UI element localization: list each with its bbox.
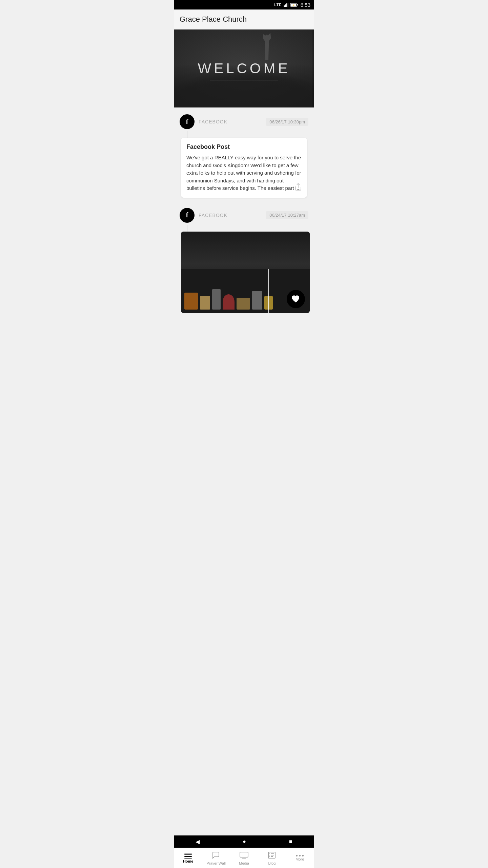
- nav-item-blog[interactable]: Blog: [258, 848, 286, 868]
- nav-label-prayer-wall: Prayer Wall: [206, 861, 225, 865]
- share-icon-1[interactable]: [294, 183, 302, 193]
- blog-icon: [267, 851, 276, 861]
- system-nav-bar: ◀ ● ■: [174, 835, 314, 848]
- home-icon: [184, 853, 192, 859]
- bottom-spacer: [174, 314, 314, 355]
- nav-label-blog: Blog: [268, 861, 276, 865]
- feed-header-2: f FACEBOOK 06/24/17 10:27am: [180, 208, 308, 223]
- nav-item-media[interactable]: Media: [230, 848, 258, 868]
- nav-label-media: Media: [239, 861, 249, 865]
- time-display: 6:53: [301, 2, 310, 8]
- svg-rect-1: [285, 4, 286, 7]
- feed-line-1: [187, 131, 187, 138]
- feed-item-2: f FACEBOOK 06/24/17 10:27am: [174, 204, 314, 314]
- image-post-1[interactable]: [181, 232, 310, 313]
- feed-item-1: f FACEBOOK 06/26/17 10:30pm Facebook Pos…: [174, 111, 314, 199]
- nav-item-prayer-wall[interactable]: Prayer Wall: [202, 848, 230, 868]
- home-button[interactable]: ●: [243, 839, 246, 845]
- svg-rect-2: [286, 3, 287, 7]
- feed-header-1: f FACEBOOK 06/26/17 10:30pm: [180, 114, 308, 129]
- battery-icon: ⚡: [290, 3, 298, 7]
- nav-item-more[interactable]: More: [286, 848, 314, 868]
- feed-line-2: [187, 225, 187, 232]
- lte-indicator: LTE: [274, 3, 281, 7]
- post-card-1[interactable]: Facebook Post We've got a REALLY easy wa…: [181, 138, 307, 198]
- svg-rect-9: [240, 852, 248, 857]
- feed-timestamp-2: 06/24/17 10:27am: [266, 211, 308, 219]
- svg-point-12: [269, 853, 270, 854]
- post-title-1: Facebook Post: [186, 143, 302, 151]
- table-items: [184, 289, 273, 310]
- recents-button[interactable]: ■: [289, 839, 292, 845]
- media-icon: [239, 851, 249, 861]
- more-icon: [296, 855, 304, 856]
- svg-point-14: [269, 855, 270, 855]
- svg-rect-3: [288, 3, 288, 7]
- post-body-1: We've got a REALLY easy way for you to s…: [186, 154, 302, 192]
- welcome-underline: [210, 80, 278, 80]
- nav-label-more: More: [296, 857, 304, 861]
- feed-source-1: FACEBOOK: [199, 119, 266, 124]
- heart-button[interactable]: [287, 290, 305, 308]
- bottom-nav: Home Prayer Wall Media: [174, 848, 314, 868]
- status-bar: LTE ⚡ 6:53: [174, 0, 314, 9]
- welcome-banner: WELCOME: [174, 29, 314, 107]
- signal-icon: [284, 3, 288, 7]
- svg-rect-0: [284, 5, 285, 7]
- back-button[interactable]: ◀: [196, 839, 200, 845]
- feed-timestamp-1: 06/26/17 10:30pm: [266, 118, 308, 126]
- app-header: Grace Place Church: [174, 9, 314, 29]
- scroll-indicator: [312, 29, 314, 107]
- facebook-avatar-1: f: [180, 114, 195, 129]
- main-content: f FACEBOOK 06/26/17 10:30pm Facebook Pos…: [174, 107, 314, 358]
- feed-source-2: FACEBOOK: [199, 213, 266, 218]
- prayer-wall-icon: [212, 851, 221, 861]
- svg-point-16: [269, 856, 270, 857]
- svg-rect-5: [297, 4, 298, 6]
- welcome-text: WELCOME: [198, 60, 290, 77]
- svg-text:⚡: ⚡: [292, 4, 295, 7]
- facebook-avatar-2: f: [180, 208, 195, 223]
- app-title: Grace Place Church: [180, 15, 308, 24]
- nav-item-home[interactable]: Home: [174, 848, 202, 868]
- nav-label-home: Home: [183, 859, 194, 863]
